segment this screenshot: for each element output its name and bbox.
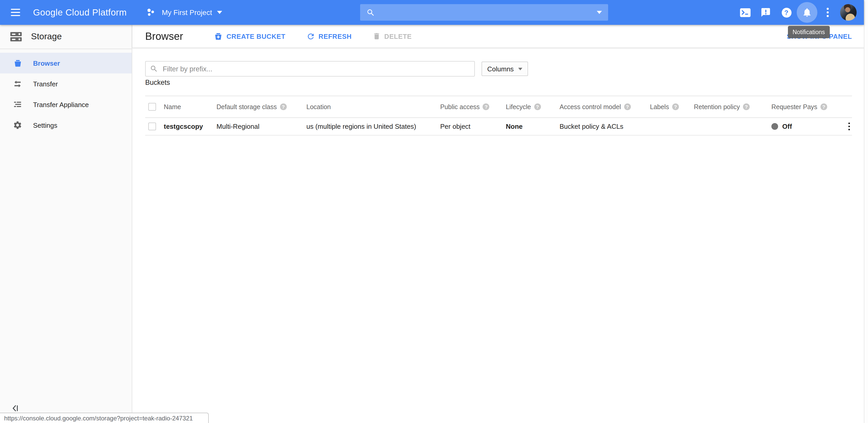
page-title: Browser xyxy=(145,30,183,42)
bucket-name[interactable]: testgcscopy xyxy=(164,122,216,130)
bucket-public-access: Per object xyxy=(440,122,506,130)
bucket-access-control-model: Bucket policy & ACLs xyxy=(560,122,650,130)
bucket-storage-class: Multi-Regional xyxy=(216,122,306,130)
feedback-button[interactable] xyxy=(755,0,776,25)
notifications-tooltip: Notifications xyxy=(788,26,830,38)
column-header-access-control-model[interactable]: Access control model xyxy=(560,103,650,110)
browser-status-bar: https://console.cloud.google.com/storage… xyxy=(0,413,209,423)
create-bucket-button[interactable]: CREATE BUCKET xyxy=(214,32,285,40)
row-checkbox[interactable] xyxy=(148,122,156,130)
notifications-bell-icon xyxy=(802,7,812,18)
sidebar-item-settings[interactable]: Settings xyxy=(0,115,132,136)
trash-icon xyxy=(373,32,381,40)
main-content: Browser CREATE BUCKET REFRESH xyxy=(132,25,864,423)
sidebar-item-label: Transfer Appliance xyxy=(33,101,89,108)
content-toolbar: Browser CREATE BUCKET REFRESH xyxy=(132,25,868,48)
gear-icon xyxy=(13,120,22,130)
select-all-cell xyxy=(148,103,164,111)
header-actions xyxy=(735,0,857,25)
column-header-default-storage-class[interactable]: Default storage class xyxy=(216,103,306,110)
bucket-location: us (multiple regions in United States) xyxy=(306,122,440,130)
column-header-lifecycle[interactable]: Lifecycle xyxy=(506,103,560,110)
table-header-row: Name Default storage class Location Publ… xyxy=(145,96,852,118)
delete-label: DELETE xyxy=(384,32,412,40)
column-header-public-access[interactable]: Public access xyxy=(440,103,506,110)
help-icon xyxy=(781,7,791,17)
sidebar-item-label: Settings xyxy=(33,121,57,129)
transfer-arrows-icon xyxy=(13,79,22,88)
sidebar-item-browser[interactable]: Browser xyxy=(0,53,132,74)
buckets-table: Name Default storage class Location Publ… xyxy=(145,96,852,136)
collapse-chevron-icon xyxy=(11,404,19,412)
sidebar: Storage Browser Tran xyxy=(0,25,132,423)
hamburger-icon xyxy=(11,9,20,16)
sidebar-item-transfer[interactable]: Transfer xyxy=(0,74,132,94)
search-dropdown-caret-icon[interactable] xyxy=(597,11,602,14)
help-icon[interactable] xyxy=(280,104,286,110)
chevron-down-icon xyxy=(217,11,222,14)
row-select-cell xyxy=(148,122,164,130)
project-hexagons-icon xyxy=(146,7,157,18)
hamburger-menu-button[interactable] xyxy=(3,0,28,25)
help-icon[interactable] xyxy=(483,104,490,110)
table-row[interactable]: testgcscopy Multi-Regional us (multiple … xyxy=(145,118,852,136)
chevron-down-icon xyxy=(519,67,523,70)
column-header-retention-policy[interactable]: Retention policy xyxy=(694,103,771,110)
sidebar-item-label: Browser xyxy=(33,59,60,67)
requester-pays-off-dot-icon xyxy=(771,123,778,130)
gcp-console-page: Google Cloud Platform My First Project xyxy=(0,0,868,423)
filter-input[interactable] xyxy=(162,64,470,73)
refresh-label: REFRESH xyxy=(318,32,351,40)
scrollbar[interactable] xyxy=(864,0,868,423)
column-header-name[interactable]: Name xyxy=(164,103,216,110)
more-vert-icon xyxy=(827,8,829,17)
filter-field[interactable] xyxy=(145,61,475,77)
storage-product-icon xyxy=(9,30,23,43)
status-url: https://console.cloud.google.com/storage… xyxy=(4,415,193,422)
delete-button[interactable]: DELETE xyxy=(373,32,412,40)
help-icon[interactable] xyxy=(820,104,827,110)
search-input[interactable] xyxy=(360,4,608,21)
project-name: My First Project xyxy=(162,8,212,17)
sidebar-header: Storage xyxy=(0,25,132,49)
bucket-requester-pays: Off xyxy=(771,122,845,130)
help-icon[interactable] xyxy=(624,104,631,110)
select-all-checkbox[interactable] xyxy=(148,103,156,111)
column-header-labels[interactable]: Labels xyxy=(650,103,694,110)
help-icon[interactable] xyxy=(534,104,541,110)
column-header-requester-pays[interactable]: Requester Pays xyxy=(771,103,845,110)
cloud-shell-icon xyxy=(740,8,750,17)
help-icon[interactable] xyxy=(743,104,750,110)
more-options-button[interactable] xyxy=(817,0,838,25)
bucket-icon xyxy=(13,58,22,68)
create-bucket-icon xyxy=(214,32,223,40)
sidebar-item-transfer-appliance[interactable]: Transfer Appliance xyxy=(0,94,132,115)
avatar[interactable] xyxy=(840,4,857,21)
filter-row: Columns xyxy=(145,61,852,77)
product-title: Storage xyxy=(31,32,62,42)
row-more-options-button[interactable] xyxy=(848,122,850,131)
buckets-section-label: Buckets xyxy=(145,79,170,86)
notifications-button[interactable] xyxy=(797,0,817,25)
create-bucket-label: CREATE BUCKET xyxy=(226,32,285,40)
search-icon xyxy=(150,65,158,73)
refresh-button[interactable]: REFRESH xyxy=(306,32,351,40)
project-selector[interactable]: My First Project xyxy=(146,7,222,18)
transfer-appliance-icon xyxy=(13,100,22,109)
app-logo[interactable]: Google Cloud Platform xyxy=(33,7,127,18)
feedback-icon xyxy=(761,7,771,18)
search-icon xyxy=(366,8,375,17)
app-header: Google Cloud Platform My First Project xyxy=(0,0,864,25)
column-header-location[interactable]: Location xyxy=(306,103,440,110)
bucket-lifecycle: None xyxy=(506,122,560,130)
sidebar-item-label: Transfer xyxy=(33,80,58,88)
sidebar-nav: Browser Transfer xyxy=(0,53,132,136)
help-icon[interactable] xyxy=(672,104,679,110)
help-button[interactable] xyxy=(776,0,797,25)
columns-dropdown[interactable]: Columns xyxy=(482,61,528,76)
columns-label: Columns xyxy=(487,65,514,73)
cloud-shell-button[interactable] xyxy=(735,0,755,25)
refresh-icon xyxy=(306,32,315,40)
